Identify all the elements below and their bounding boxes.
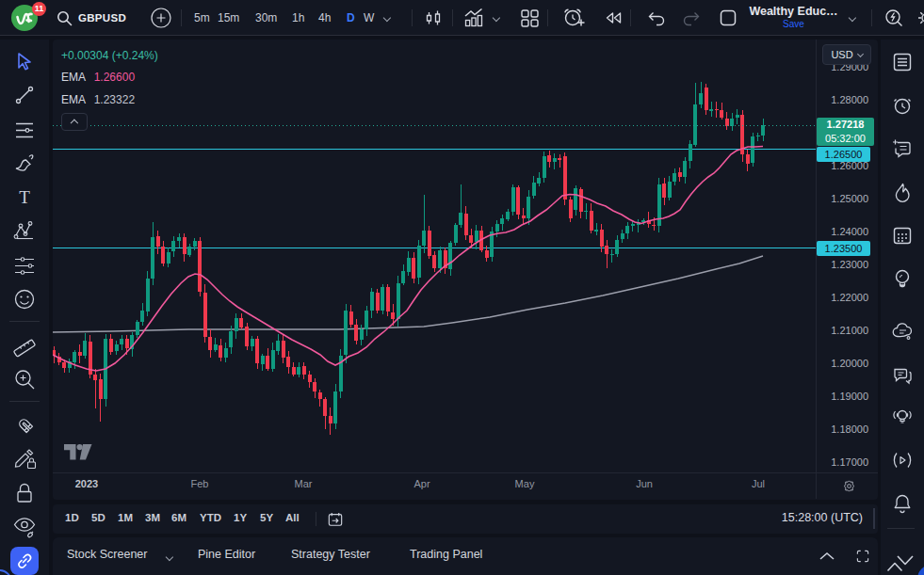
svg-text:1.28000: 1.28000 (831, 94, 868, 105)
svg-text:1.25000: 1.25000 (831, 193, 868, 204)
svg-text:Apr: Apr (413, 478, 430, 489)
svg-text:1.22000: 1.22000 (831, 292, 868, 303)
svg-text:1.18000: 1.18000 (831, 423, 868, 435)
svg-text:1.24000: 1.24000 (831, 226, 868, 237)
svg-text:1.23000: 1.23000 (831, 259, 868, 270)
svg-text:1.19000: 1.19000 (831, 391, 868, 402)
svg-text:1.21000: 1.21000 (831, 325, 868, 336)
svg-text:Mar: Mar (295, 478, 313, 489)
svg-text:2023: 2023 (75, 478, 98, 489)
svg-text:1.17000: 1.17000 (831, 456, 868, 468)
svg-text:Jul: Jul (752, 478, 765, 489)
svg-text:Feb: Feb (191, 478, 209, 489)
svg-text:1.20000: 1.20000 (831, 358, 868, 369)
svg-text:May: May (515, 478, 535, 489)
svg-text:Jun: Jun (636, 478, 653, 489)
